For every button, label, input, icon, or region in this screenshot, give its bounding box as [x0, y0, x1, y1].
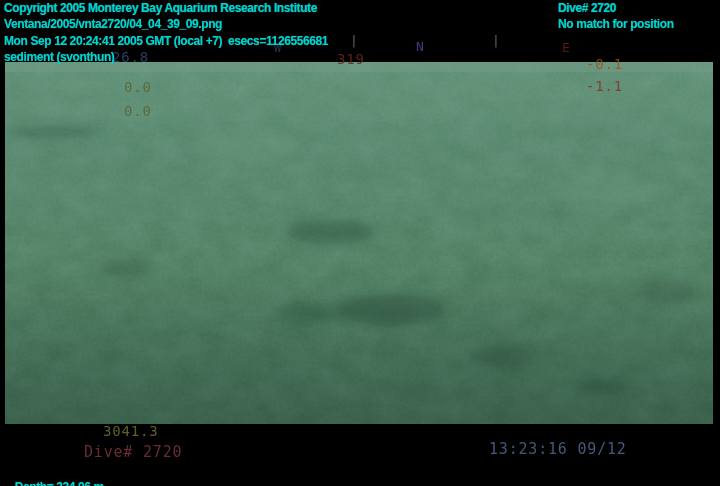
- hud-camera-value: 26.8: [112, 50, 149, 64]
- copyright-text: Copyright 2005 Monterey Bay Aquarium Res…: [4, 2, 317, 15]
- hud-compass-east: E: [562, 41, 571, 54]
- hud-compass-tick-left: |: [350, 34, 359, 47]
- hud-heading-value: 319: [337, 52, 365, 66]
- hud-dive-label: Dive# 2720: [84, 445, 182, 460]
- video-frame: 26.8 W | N | E 319 0.0 0.0 -0.1 -1.1 304…: [0, 0, 720, 486]
- seafloor-video-still: [5, 62, 713, 424]
- ctd-status-bar: Depth= 324.06 m Temp= 7.973 C Sal= 34.22…: [3, 466, 115, 486]
- dive-number: Dive# 2720: [558, 2, 616, 15]
- vars-framegrab-viewer: 26.8 W | N | E 319 0.0 0.0 -0.1 -1.1 304…: [0, 0, 720, 486]
- hud-right-value-1: -0.1: [586, 57, 623, 71]
- hud-right-value-2: -1.1: [586, 79, 623, 93]
- hud-compass-north: N: [416, 40, 425, 53]
- record-timestamp: Mon Sep 12 20:24:41 2005 GMT (local +7) …: [4, 35, 328, 48]
- video-file-path: Ventana/2005/vnta2720/04_04_39_09.png: [4, 18, 222, 31]
- hud-bottom-left-value: 3041.3: [103, 424, 158, 438]
- annotation-label: sediment (svonthun): [4, 51, 114, 64]
- position-status: No match for position: [558, 18, 674, 31]
- hud-tilt-value: 0.0: [124, 104, 152, 118]
- hud-pan-value: 0.0: [124, 80, 152, 94]
- depth-value: Depth= 324.06 m: [15, 480, 104, 486]
- hud-time-date: 13:23:16 09/12: [489, 442, 627, 457]
- hud-compass-tick-right: |: [492, 34, 501, 47]
